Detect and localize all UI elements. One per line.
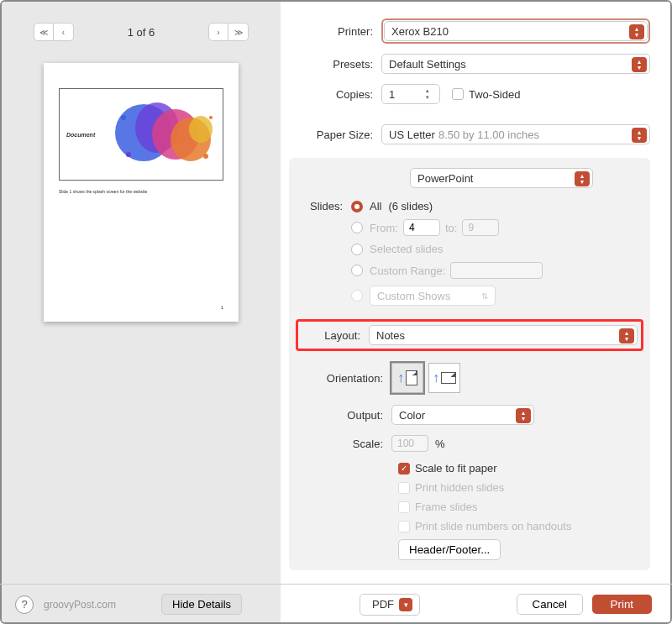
slides-label: Slides: <box>301 200 351 312</box>
app-value: PowerPoint <box>417 172 473 185</box>
radio-from[interactable] <box>351 222 363 233</box>
presets-row: Presets: Default Settings <box>289 54 650 74</box>
presets-select[interactable]: Default Settings <box>381 54 650 74</box>
slides-radio-group: All (6 slides) From: to: Selected slides <box>351 200 543 312</box>
radio-all-row: All (6 slides) <box>351 200 543 212</box>
to-input[interactable] <box>462 219 499 236</box>
nav-forward-group: › ≫ <box>208 23 249 41</box>
layout-row: Layout: Notes <box>302 325 638 345</box>
two-sided-wrap: Two-Sided <box>452 88 520 101</box>
selected-label: Selected slides <box>370 243 443 255</box>
svg-point-5 <box>121 115 126 120</box>
nav-back-group: ≪ ‹ <box>34 23 74 41</box>
radio-all[interactable] <box>351 201 363 212</box>
paper-value: US Letter <box>389 128 435 141</box>
preview-page-number: 1 <box>221 305 223 310</box>
custom-range-label: Custom Range: <box>370 265 445 277</box>
watermark: groovyPost.com <box>44 599 116 611</box>
hidden-checkbox <box>398 482 410 494</box>
preview-nav: ≪ ‹ 1 of 6 › ≫ <box>2 2 281 55</box>
svg-point-4 <box>189 116 213 143</box>
svg-point-8 <box>209 116 213 119</box>
chevron-updown-icon <box>629 24 644 39</box>
to-label: to: <box>445 222 457 234</box>
radio-custom-range[interactable] <box>351 265 363 276</box>
last-page-button[interactable]: ≫ <box>228 23 249 41</box>
layout-highlight: Layout: Notes <box>296 319 643 351</box>
paper-select[interactable]: US Letter 8.50 by 11.00 inches <box>381 124 650 144</box>
print-dialog: ≪ ‹ 1 of 6 › ≫ <box>0 0 672 624</box>
radio-selected[interactable] <box>351 244 363 255</box>
hide-details-button[interactable]: Hide Details <box>161 594 242 615</box>
copies-input[interactable]: 1 ▴▾ <box>381 84 440 104</box>
first-page-button[interactable]: ≪ <box>34 23 54 41</box>
copies-row: Copies: 1 ▴▾ Two-Sided <box>289 84 650 104</box>
print-options: ✓ Scale to fit paper Print hidden slides… <box>398 462 638 532</box>
page-indicator: 1 of 6 <box>128 26 155 39</box>
slide-title: Document <box>66 132 95 138</box>
nums-label: Print slide numbers on handouts <box>415 520 571 532</box>
output-select[interactable]: Color <box>391 405 534 425</box>
custom-range-input[interactable] <box>450 262 543 279</box>
hidden-label: Print hidden slides <box>415 481 504 494</box>
slide-thumbnail: Document <box>59 88 223 181</box>
printer-label: Printer: <box>289 25 381 38</box>
frame-label: Frame slides <box>415 501 477 513</box>
page-preview: Document Slide 1 shows the splash screen… <box>44 63 239 322</box>
chevron-updown-icon <box>632 57 647 72</box>
pdf-label: PDF <box>372 598 394 611</box>
splash-artwork <box>107 92 221 176</box>
orientation-label: Orientation: <box>301 372 391 385</box>
scale-label: Scale: <box>301 438 391 450</box>
chevron-updown-icon <box>619 328 634 343</box>
two-sided-checkbox[interactable] <box>452 88 464 100</box>
hidden-row: Print hidden slides <box>398 481 638 494</box>
fit-row: ✓ Scale to fit paper <box>398 462 638 475</box>
settings-pane: Printer: Xerox B210 Presets: Default Set… <box>281 2 670 622</box>
prev-page-button[interactable]: ‹ <box>54 23 74 41</box>
chevron-down-icon: ▾ <box>399 598 412 611</box>
help-button[interactable]: ? <box>15 595 34 614</box>
frame-row: Frame slides <box>398 501 638 513</box>
copies-stepper[interactable]: ▴▾ <box>426 87 436 101</box>
radio-from-row: From: to: <box>351 219 543 236</box>
custom-shows-select: Custom Shows ⇅ <box>370 286 496 306</box>
output-value: Color <box>399 409 425 422</box>
notes-caption: Slide 1 shows the splash screen for the … <box>59 189 223 194</box>
presets-label: Presets: <box>289 58 381 71</box>
radio-custom-range-row: Custom Range: <box>351 262 543 279</box>
radio-selected-row: Selected slides <box>351 243 543 255</box>
from-label: From: <box>370 222 398 234</box>
next-page-button[interactable]: › <box>208 23 228 41</box>
layout-label: Layout: <box>302 329 369 342</box>
pdf-menu-button[interactable]: PDF ▾ <box>360 594 420 616</box>
cancel-button[interactable]: Cancel <box>517 594 584 615</box>
paper-row: Paper Size: US Letter 8.50 by 11.00 inch… <box>289 124 650 144</box>
app-panel: PowerPoint Slides: All (6 slides) From: <box>289 158 650 570</box>
chevron-updown-icon <box>516 408 531 423</box>
svg-point-7 <box>203 154 208 159</box>
chevron-updown-icon <box>575 171 590 186</box>
nums-row: Print slide numbers on handouts <box>398 520 638 532</box>
layout-select[interactable]: Notes <box>369 325 638 345</box>
frame-checkbox <box>398 501 410 513</box>
printer-highlight: Xerox B210 <box>381 18 650 44</box>
scale-input[interactable] <box>391 435 428 452</box>
paper-label: Paper Size: <box>289 128 381 141</box>
app-select[interactable]: PowerPoint <box>410 168 593 188</box>
fit-label: Scale to fit paper <box>415 462 497 475</box>
printer-select[interactable]: Xerox B210 <box>384 21 648 41</box>
landscape-icon <box>441 372 456 384</box>
header-footer-button[interactable]: Header/Footer... <box>398 539 501 560</box>
from-input[interactable] <box>403 219 440 236</box>
copies-label: Copies: <box>289 88 381 101</box>
orientation-row: Orientation: ↑ ↑ <box>301 363 638 393</box>
scale-row: Scale: % <box>301 435 638 452</box>
portrait-icon <box>406 370 417 385</box>
output-label: Output: <box>301 409 391 422</box>
orientation-portrait[interactable]: ↑ <box>391 363 423 393</box>
print-button[interactable]: Print <box>592 595 652 614</box>
paper-dims: 8.50 by 11.00 inches <box>438 128 539 141</box>
scale-fit-checkbox[interactable]: ✓ <box>398 463 410 475</box>
orientation-landscape[interactable]: ↑ <box>428 363 460 393</box>
